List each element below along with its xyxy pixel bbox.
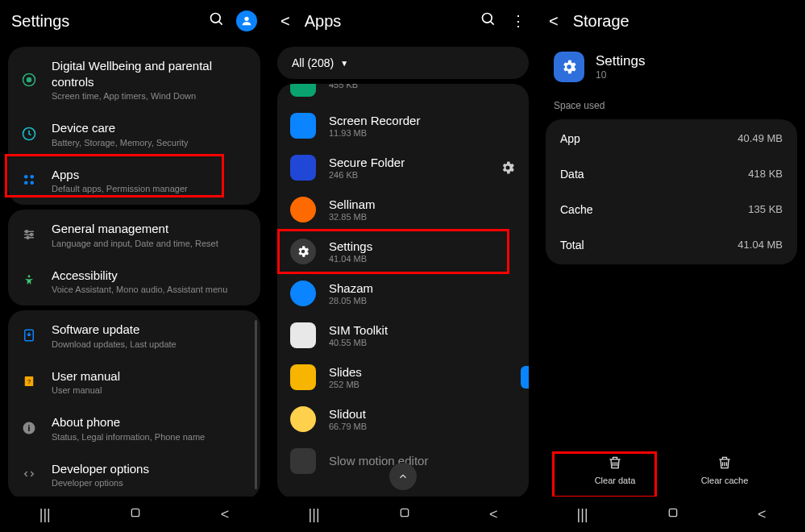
nav-bar: ||| < xyxy=(269,497,537,532)
app-icon xyxy=(290,197,316,222)
app-row[interactable]: Screen Recorder11.93 MB xyxy=(277,105,529,147)
item-title: Software update xyxy=(52,322,247,338)
svg-point-9 xyxy=(31,181,35,185)
chevron-down-icon: ▼ xyxy=(340,59,348,68)
settings-item-accessibility[interactable]: AccessibilityVoice Assistant, Mono audio… xyxy=(8,258,260,305)
app-row[interactable]: Shazam28.05 MB xyxy=(277,272,529,314)
nav-back[interactable]: < xyxy=(221,506,230,523)
download-icon xyxy=(19,326,39,345)
info-icon: i xyxy=(19,418,39,438)
app-size: 41.04 MB xyxy=(329,254,516,264)
storage-value: 135 KB xyxy=(748,203,783,216)
nav-home[interactable] xyxy=(129,506,142,523)
svg-point-14 xyxy=(31,233,33,235)
settings-item-apps[interactable]: AppsDefault apps, Permission manager xyxy=(8,157,260,204)
app-size: 246 KB xyxy=(329,170,500,180)
search-icon[interactable] xyxy=(209,11,225,31)
code-icon xyxy=(19,464,39,484)
settings-item-developer[interactable]: Developer optionsDeveloper options xyxy=(8,451,260,498)
nav-bar: ||| < xyxy=(0,497,268,532)
app-size: 11.93 MB xyxy=(329,128,516,138)
nav-recents[interactable]: ||| xyxy=(577,506,588,523)
apps-icon xyxy=(19,170,39,189)
app-icon xyxy=(290,239,316,264)
app-name: Settings xyxy=(329,239,516,253)
settings-item-devicecare[interactable]: Device careBattery, Storage, Memory, Sec… xyxy=(8,110,260,157)
app-row[interactable]: Sellinam32.85 MB xyxy=(277,189,529,231)
app-size: 252 MB xyxy=(329,380,516,389)
storage-key: Cache xyxy=(560,203,592,216)
nav-back[interactable]: < xyxy=(489,506,498,523)
filter-label: All (208) xyxy=(292,56,334,69)
item-subtitle: Language and input, Date and time, Reset xyxy=(52,239,247,248)
apps-list: 455 KBScreen Recorder11.93 MBSecure Fold… xyxy=(277,84,529,498)
item-title: General management xyxy=(52,221,247,237)
svg-point-15 xyxy=(27,236,29,239)
search-icon[interactable] xyxy=(480,11,496,31)
header: < Apps ⋮ xyxy=(269,0,537,42)
app-hero: Settings 10 xyxy=(538,42,805,94)
back-icon[interactable]: < xyxy=(280,12,290,31)
settings-item-update[interactable]: Software updateDownload updates, Last up… xyxy=(8,312,260,359)
nav-recents[interactable]: ||| xyxy=(309,506,320,523)
svg-point-23 xyxy=(483,13,492,23)
storage-value: 40.49 MB xyxy=(737,132,783,145)
settings-item-wellbeing[interactable]: Digital Wellbeing and parental controlsS… xyxy=(8,48,260,110)
svg-text:i: i xyxy=(28,423,31,433)
settings-item-general[interactable]: General managementLanguage and input, Da… xyxy=(8,211,260,258)
app-row[interactable]: Secure Folder246 KB xyxy=(277,147,529,189)
app-row[interactable]: Slidout66.79 MB xyxy=(277,398,529,440)
app-row[interactable]: Slides252 MB xyxy=(277,356,529,398)
item-subtitle: Battery, Storage, Memory, Security xyxy=(52,138,247,148)
clear-data-button[interactable]: Clear data xyxy=(595,455,636,485)
gear-icon[interactable] xyxy=(500,160,516,176)
app-size: 455 KB xyxy=(329,84,516,89)
svg-rect-22 xyxy=(132,509,139,516)
item-title: Apps xyxy=(52,167,247,183)
manual-icon: ? xyxy=(19,372,39,391)
svg-point-16 xyxy=(28,276,31,278)
filter-dropdown[interactable]: All (208) ▼ xyxy=(277,47,529,79)
app-row[interactable]: 455 KB xyxy=(277,84,529,105)
app-icon xyxy=(290,84,316,97)
svg-text:?: ? xyxy=(27,378,31,385)
scroll-top-button[interactable] xyxy=(389,463,417,490)
item-title: User manual xyxy=(52,368,247,384)
back-icon[interactable]: < xyxy=(549,12,559,31)
item-title: Developer options xyxy=(52,461,247,477)
nav-recents[interactable]: ||| xyxy=(39,506,51,523)
svg-point-7 xyxy=(31,175,35,179)
action-label: Clear data xyxy=(595,476,636,485)
app-size: 66.79 MB xyxy=(329,422,516,431)
app-size: 40.55 MB xyxy=(329,338,516,347)
storage-row: Total41.04 MB xyxy=(546,227,797,263)
svg-point-4 xyxy=(27,77,31,81)
app-row[interactable]: SIM Toolkit40.55 MB xyxy=(277,314,529,356)
more-icon[interactable]: ⋮ xyxy=(511,12,526,30)
clear-cache-button[interactable]: Clear cache xyxy=(701,455,749,485)
storage-key: Total xyxy=(560,239,584,251)
app-name: Slides xyxy=(329,365,516,379)
profile-avatar[interactable] xyxy=(236,10,257,31)
app-icon xyxy=(290,155,316,181)
storage-row: Cache135 KB xyxy=(546,192,797,227)
storage-value: 418 KB xyxy=(748,168,783,181)
app-name: SIM Toolkit xyxy=(329,323,516,337)
fast-scroll-handle[interactable] xyxy=(521,366,529,389)
settings-screen: Settings Digital Wellbeing and parental … xyxy=(0,0,268,532)
nav-back[interactable]: < xyxy=(758,506,767,523)
item-subtitle: User manual xyxy=(52,385,247,395)
accessibility-icon xyxy=(19,271,39,290)
settings-item-manual[interactable]: ? User manualUser manual xyxy=(8,359,260,405)
sliders-icon xyxy=(19,225,39,244)
app-row[interactable]: Settings41.04 MB xyxy=(277,231,529,272)
apps-screen: < Apps ⋮ All (208) ▼ 455 KBScreen Record… xyxy=(268,0,537,532)
nav-bar: ||| < xyxy=(538,497,805,532)
nav-home[interactable] xyxy=(398,506,411,523)
settings-item-about[interactable]: i About phoneStatus, Legal information, … xyxy=(8,405,260,451)
item-title: Device care xyxy=(52,120,247,136)
nav-home[interactable] xyxy=(667,506,679,523)
app-icon xyxy=(290,281,316,306)
svg-point-8 xyxy=(24,181,28,185)
item-title: Accessibility xyxy=(52,268,247,284)
